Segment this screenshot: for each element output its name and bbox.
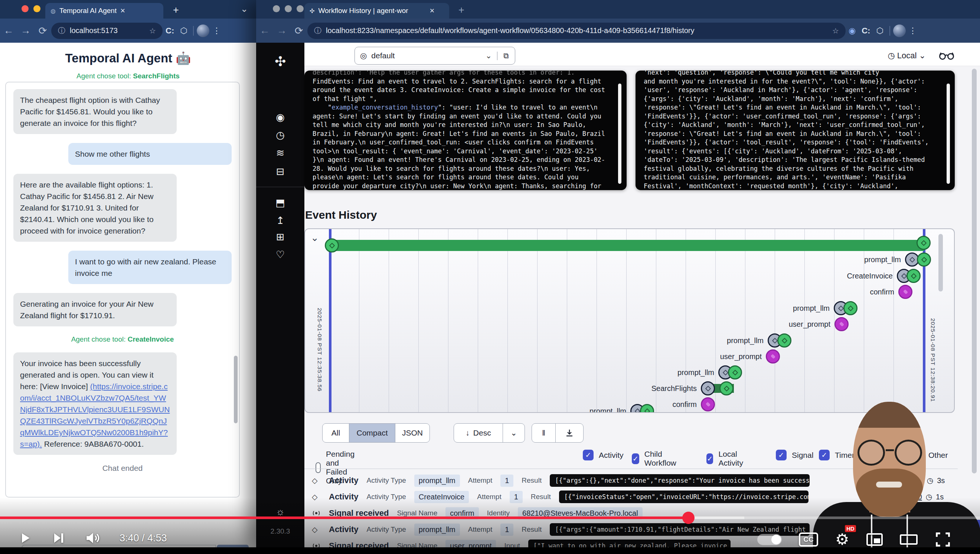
- signal-node[interactable]: [701, 397, 715, 411]
- address-bar[interactable]: ⓘ localhost:5173 ☆: [51, 23, 162, 39]
- filter-child-workflow[interactable]: ✓Child Workflow: [632, 450, 680, 468]
- reload-button[interactable]: ⟳: [290, 25, 307, 37]
- event-history-timeline[interactable]: ⌄ 2025-01-08 PST 12:35:38.56 2025-01-08 …: [304, 228, 955, 413]
- sort-dropdown-chevron[interactable]: ⌄: [503, 423, 525, 442]
- signal-node[interactable]: [835, 317, 849, 331]
- code-scrollbar[interactable]: [947, 84, 950, 184]
- close-tab-icon[interactable]: ×: [120, 6, 125, 16]
- browser-menu-kebab-icon[interactable]: ⋮: [909, 26, 917, 36]
- download-history-button[interactable]: [556, 423, 583, 442]
- activity-completed-node[interactable]: [917, 253, 931, 267]
- workflow-input-json-left[interactable]: description': 'Help the user gather args…: [304, 70, 627, 190]
- onepassword-extension-icon[interactable]: ◉: [849, 26, 856, 36]
- volume-button[interactable]: [84, 530, 100, 546]
- view-compact-button[interactable]: Compact: [349, 423, 395, 442]
- view-json-button[interactable]: JSON: [395, 423, 430, 442]
- back-button[interactable]: ←: [256, 25, 273, 37]
- activity-type-chip: prompt_llm: [414, 474, 460, 487]
- close-tab-icon[interactable]: ×: [430, 6, 434, 16]
- signal-node[interactable]: [898, 285, 912, 299]
- forward-button[interactable]: →: [273, 25, 290, 37]
- reader-glasses-icon[interactable]: [939, 51, 954, 60]
- new-tab-button[interactable]: +: [458, 5, 465, 16]
- extensions-puzzle-icon[interactable]: ⬡: [180, 26, 187, 36]
- site-info-icon[interactable]: ⓘ: [314, 25, 321, 36]
- tab-temporal-ai-agent[interactable]: ◍ Temporal AI Agent ×: [45, 3, 163, 19]
- site-info-icon[interactable]: ⓘ: [58, 25, 65, 36]
- workflows-nav-icon[interactable]: ◉: [256, 111, 304, 123]
- timeline-scrollbar[interactable]: [939, 234, 943, 291]
- activity-completed-node[interactable]: [777, 333, 791, 347]
- open-namespace-external-icon[interactable]: ⧉: [497, 52, 515, 60]
- workflow-execution-bar[interactable]: [330, 240, 924, 251]
- address-bar[interactable]: ⓘ localhost:8233/namespaces/default/work…: [307, 23, 846, 39]
- chat-scrollbar[interactable]: [234, 356, 237, 423]
- sort-desc-button[interactable]: ↓Desc: [454, 423, 503, 442]
- bookmark-star-icon[interactable]: ☆: [149, 26, 156, 35]
- batch-operations-nav-icon[interactable]: ≋: [256, 147, 304, 159]
- miniplayer-button[interactable]: [866, 533, 883, 546]
- activity-completed-node[interactable]: [728, 365, 742, 379]
- autoplay-toggle[interactable]: [757, 534, 782, 545]
- next-video-button[interactable]: [51, 530, 65, 546]
- forward-button[interactable]: →: [17, 25, 34, 37]
- activity-completed-node[interactable]: [843, 301, 858, 315]
- workflow-start-node[interactable]: [325, 239, 339, 253]
- coderabbit-extension-icon[interactable]: C:: [862, 26, 870, 36]
- profile-avatar[interactable]: [197, 24, 209, 37]
- activity-completed-node[interactable]: [907, 269, 921, 283]
- close-window-icon[interactable]: [273, 5, 280, 12]
- archive-nav-icon[interactable]: ⊟: [256, 166, 304, 177]
- dev-tools-nav-icon[interactable]: ⊞: [256, 231, 304, 243]
- video-progress-buffered[interactable]: [689, 516, 744, 519]
- window-controls[interactable]: [273, 5, 304, 12]
- close-window-icon[interactable]: [22, 5, 29, 12]
- workflow-end-node[interactable]: [916, 236, 931, 250]
- new-tab-button[interactable]: +: [173, 5, 179, 16]
- collapse-chevron-icon[interactable]: ⌄: [311, 232, 319, 244]
- bookmark-star-icon[interactable]: ☆: [832, 26, 839, 35]
- signal-node[interactable]: [766, 349, 780, 363]
- reload-button[interactable]: ⟳: [34, 25, 51, 37]
- filter-signal[interactable]: ✓Signal: [776, 450, 813, 460]
- video-playhead[interactable]: [682, 512, 695, 524]
- page-scrollbar[interactable]: [972, 69, 977, 473]
- tab-workflow-history[interactable]: ✣ Workflow History | agent-wor ×: [304, 3, 449, 19]
- profile-avatar[interactable]: [893, 24, 906, 37]
- pause-button[interactable]: ‖: [532, 423, 556, 442]
- conversation-history-json-right[interactable]: 'next': 'question', 'response': \"Could …: [635, 70, 955, 190]
- coderabbit-extension-icon[interactable]: C:: [165, 26, 174, 36]
- browser-menu-kebab-icon[interactable]: ⋮: [212, 26, 221, 36]
- tab-list-chevron-icon[interactable]: ⌄: [240, 4, 248, 14]
- settings-gear-button[interactable]: ⚙HD: [835, 530, 850, 548]
- minimize-window-icon[interactable]: [33, 5, 40, 12]
- invoice-link[interactable]: (https://invoice.stripe.com/i/acct_1NBOL…: [20, 382, 170, 448]
- filter-activity[interactable]: ✓Activity: [583, 450, 624, 460]
- namespace-select[interactable]: ◎ default ⌄ ⧉: [355, 47, 515, 65]
- activity-scheduled-node[interactable]: [701, 381, 715, 395]
- video-progress-track[interactable]: [744, 516, 980, 519]
- play-button[interactable]: [18, 530, 32, 546]
- theater-mode-button[interactable]: [900, 534, 918, 545]
- fullscreen-button[interactable]: [935, 531, 951, 548]
- maximize-window-icon[interactable]: [297, 5, 304, 12]
- filter-timer[interactable]: ✓Timer: [819, 450, 854, 460]
- result-code-chip[interactable]: [{"args":{},"next":"done","response":"Yo…: [550, 474, 810, 487]
- activity-completed-node[interactable]: [640, 404, 654, 413]
- view-all-button[interactable]: All: [323, 423, 349, 442]
- chat-message-list[interactable]: The cheapest flight option is with Catha…: [5, 82, 240, 498]
- timezone-select[interactable]: ◷ Local ⌄: [888, 51, 926, 60]
- filter-local-activity[interactable]: ✓Local Activity: [706, 450, 747, 468]
- minimize-window-icon[interactable]: [285, 5, 292, 12]
- captions-button[interactable]: CC: [799, 532, 818, 546]
- back-button[interactable]: ←: [0, 25, 17, 37]
- temporal-logo-icon[interactable]: ✣: [256, 54, 304, 69]
- namespaces-nav-icon[interactable]: ⬒: [256, 197, 304, 209]
- feedback-heart-icon[interactable]: ♡: [256, 249, 304, 261]
- schedules-nav-icon[interactable]: ◷: [256, 129, 304, 141]
- code-scrollbar[interactable]: [618, 84, 621, 184]
- import-nav-icon[interactable]: ↥: [256, 215, 304, 226]
- activity-completed-node[interactable]: [719, 381, 733, 395]
- extensions-puzzle-icon[interactable]: ⬡: [876, 26, 883, 36]
- video-progress-played[interactable]: [0, 516, 689, 519]
